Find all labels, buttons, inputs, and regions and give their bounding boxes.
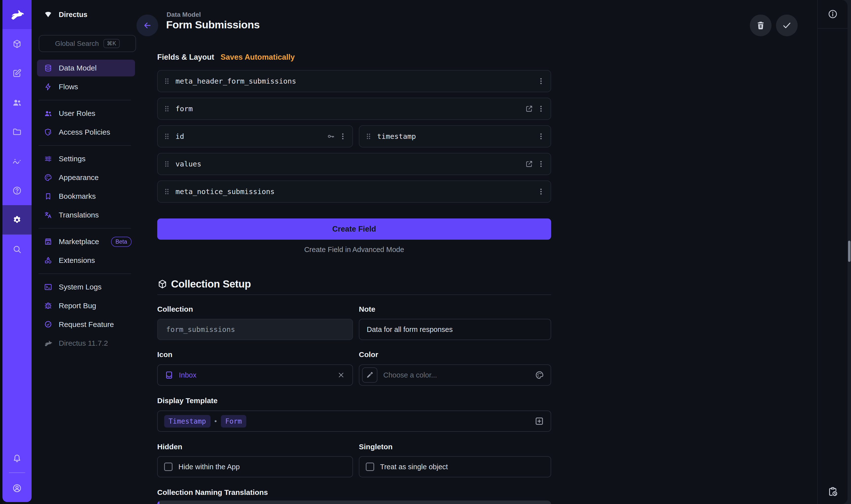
sidebar-item-user-roles[interactable]: User Roles — [32, 104, 138, 123]
field-row-values[interactable]: values — [157, 153, 551, 175]
note-input[interactable]: Data for all form responses — [359, 319, 551, 340]
template-chip-timestamp[interactable]: Timestamp — [164, 415, 210, 428]
bug-icon — [44, 302, 52, 310]
module-users[interactable] — [2, 88, 32, 117]
sidebar-item-data-model[interactable]: Data Model — [32, 59, 138, 77]
notifications-button[interactable] — [2, 450, 32, 466]
user-menu-button[interactable] — [2, 480, 32, 496]
info-icon — [828, 9, 838, 19]
field-name: form — [175, 105, 193, 113]
sidebar-item-appearance[interactable]: Appearance — [32, 168, 138, 187]
delete-collection-button[interactable] — [750, 15, 771, 36]
sidebar-item-label: User Roles — [59, 109, 95, 118]
drag-handle-icon[interactable] — [163, 132, 171, 141]
sidebar-item-version[interactable]: Directus 11.7.2 — [32, 334, 138, 353]
field-row-form[interactable]: form — [157, 98, 551, 120]
terminal-icon — [44, 283, 52, 291]
module-help[interactable] — [2, 176, 32, 205]
icon-select-input[interactable]: Inbox — [157, 364, 353, 386]
sidebar-item-settings[interactable]: Settings — [32, 149, 138, 168]
sidebar-item-access-policies[interactable]: Access Policies — [32, 123, 138, 142]
directus-logo-button[interactable] — [2, 0, 32, 29]
inbox-icon — [164, 371, 174, 379]
module-editor[interactable] — [2, 58, 32, 88]
kebab-menu-icon[interactable] — [537, 160, 545, 168]
sidebar-item-request-feature[interactable]: Request Feature — [32, 315, 138, 334]
field-name: meta_header_form_submissions — [175, 77, 296, 85]
fields-layout-label: Fields & Layout — [157, 53, 214, 62]
add-field-to-template-icon[interactable] — [534, 416, 544, 426]
kebab-menu-icon[interactable] — [537, 132, 545, 141]
sidebar-item-label: System Logs — [59, 283, 101, 291]
account-icon — [12, 483, 22, 493]
bolt-icon — [44, 83, 52, 91]
hidden-checkbox[interactable] — [164, 463, 173, 471]
kebab-menu-icon[interactable] — [537, 187, 545, 196]
shield-person-icon — [44, 128, 52, 136]
module-bar — [2, 0, 32, 502]
sidebar-item-label: Report Bug — [59, 302, 96, 310]
main-content: Data Model Form Submissions Fields & Lay… — [138, 0, 814, 504]
module-search[interactable] — [2, 234, 32, 264]
sidebar-item-bookmarks[interactable]: Bookmarks — [32, 187, 138, 206]
close-icon[interactable] — [337, 371, 345, 379]
nav-divider — [38, 145, 131, 146]
sidebar-item-flows[interactable]: Flows — [32, 77, 138, 96]
field-row-meta-notice[interactable]: meta_notice_submissions — [157, 180, 551, 203]
folder-icon — [12, 127, 22, 137]
sidebar-item-translations[interactable]: Translations — [32, 206, 138, 224]
drag-handle-icon[interactable] — [163, 160, 171, 168]
collection-label: Collection — [157, 305, 193, 313]
sidebar-item-system-logs[interactable]: System Logs — [32, 278, 138, 296]
shapes-icon — [44, 256, 52, 265]
hidden-checkbox-field[interactable]: Hide within the App — [157, 456, 353, 478]
template-chip-form[interactable]: Form — [221, 415, 246, 428]
kebab-menu-icon[interactable] — [338, 132, 347, 141]
drag-handle-icon[interactable] — [163, 77, 171, 85]
collection-setup-heading: Collection Setup — [157, 278, 251, 290]
drag-handle-icon[interactable] — [163, 187, 171, 196]
field-row-id[interactable]: id — [157, 125, 353, 147]
color-select-input[interactable]: Choose a color... — [359, 364, 551, 386]
translations-row-cutoff[interactable] — [157, 501, 551, 504]
sidebar-item-label: Extensions — [59, 256, 95, 265]
kebab-menu-icon[interactable] — [537, 77, 545, 85]
project-name: Directus — [59, 11, 87, 19]
save-button[interactable] — [776, 15, 798, 36]
kebab-menu-icon[interactable] — [537, 105, 545, 113]
page-scrollbar[interactable] — [848, 0, 851, 504]
module-insights[interactable] — [2, 146, 32, 176]
create-field-button[interactable]: Create Field — [157, 218, 551, 240]
singleton-checkbox[interactable] — [366, 463, 374, 471]
display-template-input[interactable]: Timestamp • Form — [157, 411, 551, 432]
hidden-checkbox-label: Hide within the App — [178, 463, 240, 471]
palette-icon[interactable] — [535, 370, 544, 380]
swatch-button[interactable] — [362, 367, 377, 383]
open-in-new-icon[interactable] — [525, 105, 533, 113]
field-row-meta-header[interactable]: meta_header_form_submissions — [157, 70, 551, 92]
sidebar-item-label: Flows — [59, 83, 78, 91]
header-actions — [750, 15, 798, 36]
edit-icon — [12, 68, 22, 78]
sidebar-info-button[interactable] — [818, 0, 848, 29]
module-files[interactable] — [2, 117, 32, 146]
global-search-input[interactable]: Global Search ⌘K — [39, 35, 136, 52]
back-button[interactable] — [137, 15, 158, 36]
create-field-advanced-link[interactable]: Create Field in Advanced Mode — [157, 246, 551, 254]
singleton-checkbox-field[interactable]: Treat as single object — [359, 456, 551, 478]
module-content[interactable] — [2, 29, 32, 58]
autosave-note: Saves Automatically — [221, 53, 295, 62]
open-in-new-icon[interactable] — [525, 160, 533, 168]
field-row-timestamp[interactable]: timestamp — [359, 125, 551, 147]
module-settings[interactable] — [2, 205, 32, 234]
activity-button[interactable] — [818, 486, 848, 497]
drag-handle-icon[interactable] — [163, 105, 171, 113]
sidebar-item-report-bug[interactable]: Report Bug — [32, 296, 138, 315]
scrollbar-thumb[interactable] — [848, 241, 851, 262]
drag-handle-icon[interactable] — [364, 132, 373, 141]
sidebar-item-extensions[interactable]: Extensions — [32, 251, 138, 270]
hidden-label: Hidden — [157, 443, 183, 451]
project-header[interactable]: Directus — [32, 0, 138, 29]
color-placeholder: Choose a color... — [383, 371, 437, 379]
sidebar-item-marketplace[interactable]: Marketplace Beta — [32, 232, 138, 251]
